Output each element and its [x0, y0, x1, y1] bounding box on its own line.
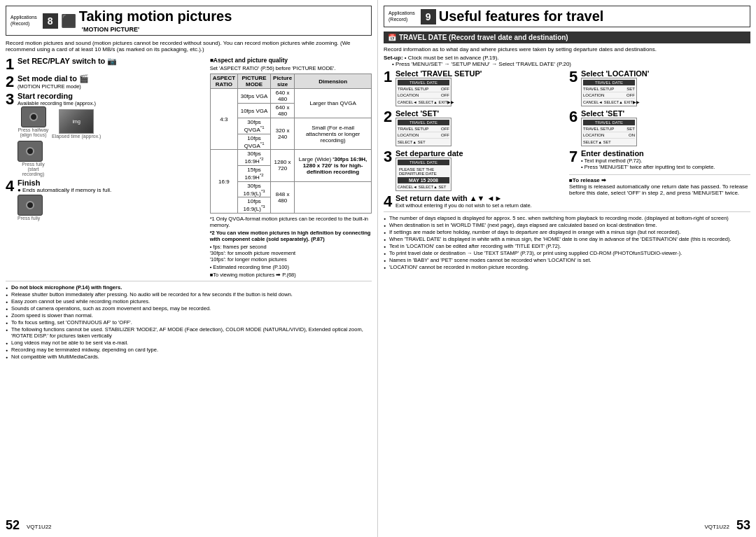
right-step7-sub1: • Text input method (P.72). [581, 158, 715, 164]
picture-quality-table: ASPECTRATIO PICTUREMODE Picturesize Dime… [210, 74, 372, 214]
aspect-header: ■Aspect and picture quality [210, 57, 372, 64]
dim-small: Small (For e-mail attachments or longer … [295, 118, 372, 150]
table-row: 4:3 30fps VGA 640 x480 Larger than QVGA [210, 89, 371, 104]
step3-sub1: Available recording time (approx.) [18, 100, 207, 106]
setup-label: Set-up: [384, 55, 403, 61]
note-view: ■To viewing motion pictures ➡ P.(68) [210, 272, 372, 278]
left-page-subtitle: 'MOTION PICTURE' [82, 26, 232, 33]
right-step6-num: 6 [569, 109, 579, 125]
divider-right [384, 211, 750, 212]
screen-set-2: TRAVEL DATE TRAVEL SETUP OFF LOCATION OF… [396, 118, 451, 146]
sample-image: img [59, 109, 94, 134]
release-title: ■To release ➡ [569, 177, 750, 183]
camera-lens-step4 [26, 201, 34, 209]
mode-30vga: 30fps VGA [238, 89, 271, 104]
screen-row-6a: TRAVEL SETUP SET [583, 126, 635, 132]
right-step1-text: Select 'TRAVEL SETUP' [396, 69, 482, 78]
release-section: ■To release ➡ Setting is released automa… [569, 174, 750, 196]
right-step4-text: Set return date with ▲▼ ◄► [396, 194, 532, 202]
left-main-content: 1 Set REC/PLAY switch to 📷 2 Set mode di… [6, 57, 372, 278]
screen-btns-6: SELECT▲ SET [583, 140, 635, 144]
right-step1: 1 Select 'TRAVEL SETUP' TRAVEL DATE TRAV… [384, 69, 565, 106]
step4-text: Finish [18, 179, 40, 187]
camera-lens-step3 [29, 113, 38, 121]
ratio-43: 4:3 [210, 89, 237, 150]
note-sounds: Sounds of camera operations, such as zoo… [6, 305, 372, 312]
note-functions: The following functions cannot be used. … [6, 326, 372, 339]
right-step2-text: Select 'SET' [396, 109, 451, 118]
film-icon: ⬛ [61, 13, 76, 29]
right-step3-num: 3 [384, 149, 393, 165]
screen-row-5b: LOCATION OFF [583, 92, 635, 99]
screen-row-1b: LOCATION OFF [398, 92, 449, 99]
camera-body-step4 [18, 195, 43, 216]
step1-content: Set REC/PLAY switch to 📷 [18, 57, 117, 66]
right-step7-content: Enter destination • Text input method (P… [581, 149, 715, 170]
screen-title-5: TRAVEL DATE [583, 80, 635, 85]
step2-sub: (MOTION PICTURE mode) [18, 83, 89, 90]
screen-btns-2: SELECT▲ SET [398, 140, 449, 144]
left-page-title: Taking motion pictures [79, 8, 232, 25]
note-speed: Zoom speed is slower than normal. [6, 312, 372, 319]
left-page: Applications (Record) 8 ⬛ Taking motion … [0, 0, 378, 537]
right-page: Applications (Record) 9 Useful features … [378, 0, 756, 537]
calendar-icon-banner: 📅 [388, 34, 396, 41]
vqt-right: VQT1U22 [704, 524, 729, 530]
right-step2: 2 Select 'SET' TRAVEL DATE TRAVEL SETUP … [384, 109, 565, 146]
table-row: 16:9 30fps 16:9H*2 1280 x720 Large (Wide… [210, 150, 371, 166]
table-header-size: Picturesize [271, 74, 295, 89]
screen-title-1: TRAVEL DATE [398, 80, 449, 85]
screen-row-2a: TRAVEL SETUP OFF [398, 126, 449, 132]
left-table-col: ■Aspect and picture quality Set 'ASPECT … [210, 57, 372, 278]
note-holiday: If settings are made before holiday, num… [384, 229, 750, 235]
press-label-2: Press fully (start recording) [18, 162, 49, 176]
screen-departure: TRAVEL DATE PLEASE SET THE DEPARTURE DAT… [396, 158, 451, 191]
step3-content: Start recording Available recording time… [18, 92, 207, 176]
dim-large: Large (Wide) '30fps 16:9H, 1280 x 720' i… [295, 150, 372, 181]
right-page-title: Useful features for travel [439, 8, 604, 25]
size-320-240: 320 x240 [271, 118, 295, 150]
press-label-3: Press fully [18, 216, 40, 221]
right-step4: 4 Set return date with ▲▼ ◄► Exit withou… [384, 194, 565, 209]
note-print: To print travel date or destination → Us… [384, 250, 750, 256]
app-num-left: 8 [43, 13, 58, 29]
note-est: • Estimated recording time (P.100) [210, 264, 372, 270]
film-mode-icon: 🎬 [79, 74, 89, 83]
camera-body-step3 [21, 106, 46, 127]
screen-departure-text: PLEASE SET THE DEPARTURE DATE [398, 166, 449, 177]
right-step4-num: 4 [384, 194, 393, 209]
step2-num: 2 [6, 74, 15, 90]
step3-camera-col: Press halfway (align focus) [18, 106, 49, 137]
left-header: Applications (Record) 8 ⬛ Taking motion … [6, 6, 372, 36]
right-step6: 6 Select 'SET' TRAVEL DATE TRAVEL SETUP … [569, 109, 750, 146]
bottom-notes-left: Do not block microphone (P.14) with fing… [6, 284, 372, 360]
step3-num: 3 [6, 92, 15, 107]
right-step7-num: 7 [569, 149, 579, 165]
step2-text: Set mode dial to 🎬 [18, 74, 89, 83]
page-num-right: 53 [736, 518, 750, 533]
table-notes: *1 Only QVGA-format motion pictures can … [210, 216, 372, 278]
bottom-notes-right: The number of days elapsed is displayed … [384, 215, 750, 270]
mode-30qvga: 30fps QVGA*1 [238, 118, 271, 134]
note-minus: When 'TRAVEL DATE' is displayed in white… [384, 236, 750, 242]
step4-num: 4 [6, 179, 15, 194]
right-step3: 3 Set departure date TRAVEL DATE PLEASE … [384, 149, 565, 191]
step1-text: Set REC/PLAY switch to 📷 [18, 57, 117, 65]
left-steps-col: 1 Set REC/PLAY switch to 📷 2 Set mode di… [6, 57, 207, 278]
mode-15h: 15fps 16:9H*2 [238, 165, 271, 181]
note-card: Recording may be terminated midway, depe… [6, 347, 372, 353]
screen-row-5a: TRAVEL SETUP SET [583, 86, 635, 92]
right-step2-content: Select 'SET' TRAVEL DATE TRAVEL SETUP OF… [396, 109, 451, 146]
note-fps: • fps: frames per second'30fps': for smo… [210, 244, 372, 263]
right-intro: Record information as to what day and wh… [384, 46, 750, 53]
left-header-title-block: Taking motion pictures 'MOTION PICTURE' [79, 8, 232, 33]
screen-travel-setup-1: TRAVEL DATE TRAVEL SETUP OFF LOCATION OF… [396, 78, 451, 106]
sample-img-col: img Elapsed time (approx.) [52, 109, 101, 139]
app-badge-right: Applications (Record) [388, 11, 415, 22]
note-mmc: Not compatible with MultiMediaCards. [6, 354, 372, 360]
dim-empty [295, 181, 372, 213]
setup-line2: • Press 'MENU/SET' → 'SETUP MENU' → Sele… [384, 61, 571, 67]
divider-left [6, 281, 372, 281]
size-640-480b: 640 x480 [271, 104, 295, 118]
step4-block: 4 Finish ● Ends automatically if memory … [6, 179, 207, 221]
